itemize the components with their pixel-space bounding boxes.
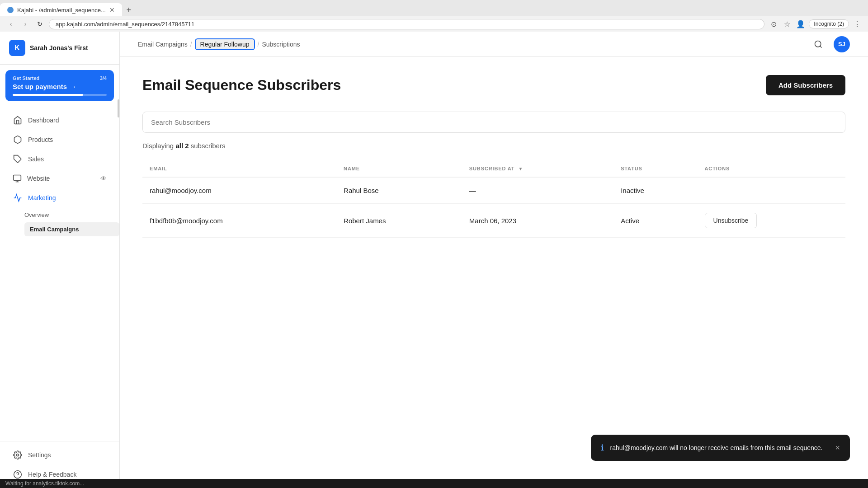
forward-button[interactable]: › xyxy=(20,19,31,29)
cell-name: Robert James xyxy=(336,204,462,238)
sidebar-item-sales[interactable]: Sales xyxy=(4,150,116,169)
status-bar-text: Waiting for analytics.tiktok.com... xyxy=(5,480,84,487)
breadcrumb-email-campaigns[interactable]: Email Campaigns xyxy=(138,41,188,48)
cast-icon[interactable]: ⊙ xyxy=(768,19,779,29)
search-input[interactable] xyxy=(142,112,845,133)
sidebar-item-email-campaigns[interactable]: Email Campaigns xyxy=(24,222,119,236)
sidebar-item-overview[interactable]: Overview xyxy=(24,208,119,222)
get-started-card[interactable]: Get Started 3/4 Set up payments → xyxy=(5,70,114,101)
cell-actions xyxy=(698,177,845,204)
sidebar-item-dashboard[interactable]: Dashboard xyxy=(4,111,116,130)
tab-close-button[interactable]: ✕ xyxy=(109,6,115,14)
get-started-arrow: → xyxy=(70,83,76,90)
back-button[interactable]: ‹ xyxy=(5,19,16,29)
search-button[interactable] xyxy=(810,36,826,52)
bookmark-icon[interactable]: ☆ xyxy=(782,19,793,29)
svg-point-7 xyxy=(815,41,821,47)
svg-line-8 xyxy=(820,46,822,47)
table-row: rahul@moodjoy.com Rahul Bose — Inactive xyxy=(142,177,845,204)
subscribers-table: EMAIL NAME SUBSCRIBED AT ▼ STATUS ACTION… xyxy=(142,160,845,238)
display-count: Displaying all 2 subscribers xyxy=(142,142,845,150)
progress-fill xyxy=(13,94,83,96)
cell-email: f1bdfb0b@moodjoy.com xyxy=(142,204,336,238)
new-tab-button[interactable]: + xyxy=(122,3,136,17)
gear-icon xyxy=(13,450,23,460)
incognito-badge[interactable]: Incognito (2) xyxy=(809,19,849,28)
cell-subscribed-at: — xyxy=(462,177,613,204)
breadcrumb-sep-1: / xyxy=(190,41,192,48)
browser-chrome: Kajabi - /admin/email_sequence... ✕ + ‹ … xyxy=(0,0,868,32)
table-header-row: EMAIL NAME SUBSCRIBED AT ▼ STATUS ACTION… xyxy=(142,160,845,177)
cell-name: Rahul Bose xyxy=(336,177,462,204)
sidebar-item-marketing[interactable]: Marketing xyxy=(4,188,116,207)
get-started-progress: 3/4 xyxy=(100,75,107,81)
col-header-name: NAME xyxy=(336,160,462,177)
sidebar-item-settings[interactable]: Settings xyxy=(4,446,116,465)
avatar[interactable]: SJ xyxy=(834,36,850,52)
sidebar-item-label: Products xyxy=(28,136,53,143)
col-header-subscribed-at[interactable]: SUBSCRIBED AT ▼ xyxy=(462,160,613,177)
megaphone-icon xyxy=(13,193,23,203)
eye-icon[interactable]: 👁 xyxy=(100,175,107,182)
cell-email: rahul@moodjoy.com xyxy=(142,177,336,204)
breadcrumb-regular-followup[interactable]: Regular Followup xyxy=(195,38,255,50)
circle-question-icon xyxy=(13,469,23,479)
page-title: Email Sequence Subscribers xyxy=(142,77,341,94)
tab-title: Kajabi - /admin/email_sequence... xyxy=(17,7,106,14)
top-nav-actions: SJ xyxy=(810,36,850,52)
breadcrumb-sep-2: / xyxy=(258,41,259,48)
browser-tab[interactable]: Kajabi - /admin/email_sequence... ✕ xyxy=(0,3,122,17)
favicon-icon xyxy=(7,7,14,13)
tag-icon xyxy=(13,154,23,164)
breadcrumb: Email Campaigns / Regular Followup / Sub… xyxy=(138,38,300,50)
cell-subscribed-at: March 06, 2023 xyxy=(462,204,613,238)
sidebar-item-label: Website xyxy=(27,175,50,182)
sidebar-item-label: Sales xyxy=(28,155,44,163)
reload-button[interactable]: ↻ xyxy=(34,19,45,29)
display-count-highlight: all 2 xyxy=(175,142,189,150)
sidebar-nav: Dashboard Products Sales xyxy=(0,107,119,441)
top-nav: Email Campaigns / Regular Followup / Sub… xyxy=(120,32,868,57)
cell-actions: Unsubscribe xyxy=(698,204,845,238)
get-started-cta: Set up payments xyxy=(13,83,67,90)
svg-point-4 xyxy=(17,454,19,456)
sidebar-item-website[interactable]: Website 👁 xyxy=(4,169,116,188)
get-started-label: Get Started xyxy=(13,75,39,81)
sidebar-brand: Sarah Jonas's First xyxy=(30,44,88,52)
sort-icon: ▼ xyxy=(518,166,523,171)
main-content: Email Sequence Subscribers Add Subscribe… xyxy=(120,57,868,488)
more-options-icon[interactable]: ⋮ xyxy=(852,19,863,29)
unsubscribe-button[interactable]: Unsubscribe xyxy=(705,213,757,228)
col-header-email: EMAIL xyxy=(142,160,336,177)
box-icon xyxy=(13,135,23,145)
page-header: Email Sequence Subscribers Add Subscribe… xyxy=(142,75,845,95)
col-header-status: STATUS xyxy=(613,160,697,177)
home-icon xyxy=(13,115,23,125)
url-text: app.kajabi.com/admin/email_sequences/214… xyxy=(56,21,194,28)
cell-status: Active xyxy=(613,204,697,238)
breadcrumb-subscriptions[interactable]: Subscriptions xyxy=(262,41,300,48)
svg-rect-1 xyxy=(14,175,21,181)
add-subscribers-button[interactable]: Add Subscribers xyxy=(766,75,845,95)
table-row: f1bdfb0b@moodjoy.com Robert James March … xyxy=(142,204,845,238)
status-bar: Waiting for analytics.tiktok.com... xyxy=(0,479,868,488)
toast-info-icon: ℹ xyxy=(601,443,604,453)
sidebar-scrollbar[interactable] xyxy=(118,32,119,488)
url-bar[interactable]: app.kajabi.com/admin/email_sequences/214… xyxy=(49,19,764,29)
monitor-icon xyxy=(13,174,22,183)
marketing-subnav: Overview Email Campaigns xyxy=(0,208,119,236)
sidebar-item-label: Marketing xyxy=(28,194,56,202)
sidebar: K Sarah Jonas's First Get Started 3/4 Se… xyxy=(0,32,120,488)
toast-message: rahul@moodjoy.com will no longer receive… xyxy=(610,444,823,451)
col-header-actions: ACTIONS xyxy=(698,160,845,177)
sidebar-item-products[interactable]: Products xyxy=(4,130,116,149)
toast-notification: ℹ rahul@moodjoy.com will no longer recei… xyxy=(591,435,850,461)
sidebar-logo: K xyxy=(9,40,25,56)
sidebar-header: K Sarah Jonas's First xyxy=(0,32,119,65)
toast-close-button[interactable]: × xyxy=(835,443,840,453)
sidebar-item-label: Dashboard xyxy=(28,117,59,124)
cell-status: Inactive xyxy=(613,177,697,204)
sidebar-item-label: Help & Feedback xyxy=(28,471,76,478)
sidebar-item-label: Settings xyxy=(28,451,51,459)
profile-icon[interactable]: 👤 xyxy=(795,19,806,29)
